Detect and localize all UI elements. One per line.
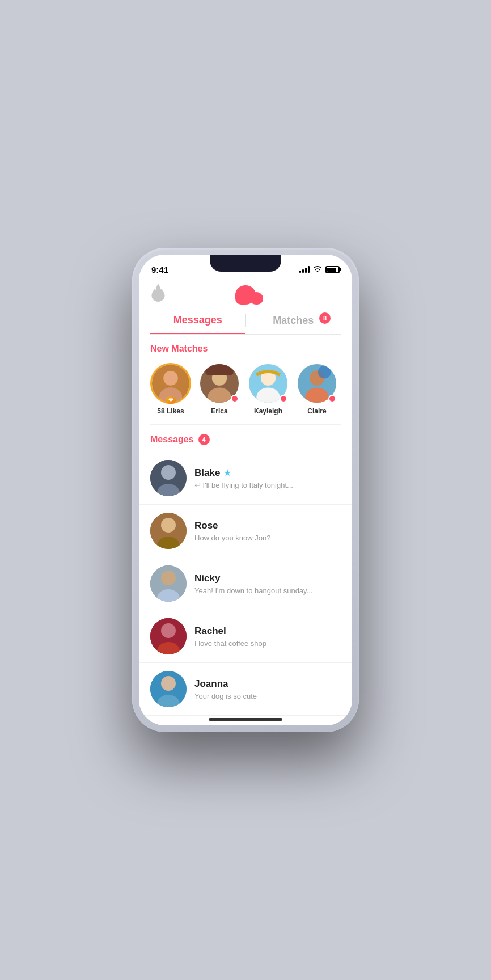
rachel-preview: I love that coffee shop (194, 639, 341, 648)
notch (210, 255, 281, 272)
blake-preview: ↩ I'll be flying to Italy tonight... (194, 481, 341, 489)
new-matches-row: ❤ 58 Likes (139, 361, 352, 424)
svg-point-18 (161, 518, 176, 533)
erica-dot (231, 395, 239, 403)
new-matches-header: New Matches (139, 335, 352, 361)
message-item-blake[interactable]: Blake ★ ↩ I'll be flying to Italy tonigh… (139, 452, 352, 505)
rachel-name: Rachel (194, 626, 226, 637)
blake-content: Blake ★ ↩ I'll be flying to Italy tonigh… (194, 467, 341, 489)
rose-content: Rose How do you know Jon? (194, 520, 341, 542)
nicky-content: Nicky Yeah! I'm down to hangout sunday..… (194, 573, 341, 595)
phone-frame: 9:41 (132, 248, 359, 732)
status-time: 9:41 (151, 265, 168, 274)
joanna-content: Joanna Your dog is so cute (194, 678, 341, 700)
tinder-logo[interactable] (150, 284, 166, 304)
tab-matches[interactable]: Matches 8 (246, 315, 341, 333)
message-item-joanna[interactable]: Joanna Your dog is so cute (139, 663, 352, 716)
blake-name: Blake (194, 467, 220, 479)
rose-avatar (150, 513, 187, 549)
blake-avatar (150, 460, 187, 496)
claire-label: Claire (307, 407, 326, 415)
erica-avatar-wrap (199, 363, 240, 404)
app-header (139, 280, 352, 308)
chat-bubble-icon (235, 285, 256, 305)
rose-preview: How do you know Jon? (194, 534, 341, 542)
claire-avatar-wrap (297, 363, 337, 404)
joanna-avatar (150, 671, 187, 707)
home-indicator (209, 718, 282, 721)
rachel-name-row: Rachel (194, 626, 341, 637)
svg-point-24 (161, 623, 176, 638)
wifi-icon (313, 265, 322, 274)
blake-star-icon: ★ (223, 467, 231, 478)
joanna-name-row: Joanna (194, 678, 341, 690)
kayleigh-dot (280, 395, 287, 403)
rachel-content: Rachel I love that coffee shop (194, 626, 341, 648)
kayleigh-avatar-wrap (248, 363, 289, 404)
phone-screen: 9:41 (139, 255, 352, 725)
matches-badge: 8 (319, 312, 331, 324)
svg-rect-6 (205, 364, 233, 375)
status-icons (299, 265, 340, 274)
svg-point-1 (163, 371, 178, 386)
messages-section-header: Messages 4 (139, 425, 352, 452)
match-item-erica[interactable]: Erica (199, 363, 240, 415)
nicky-avatar (150, 565, 187, 602)
messages-count-badge: 4 (198, 434, 210, 445)
likes-label: 58 Likes (157, 407, 184, 415)
battery-icon (325, 266, 340, 273)
svg-point-21 (161, 571, 176, 585)
joanna-name: Joanna (194, 678, 228, 690)
svg-point-27 (161, 676, 176, 691)
match-item-claire[interactable]: Claire (297, 363, 337, 415)
erica-label: Erica (211, 407, 227, 415)
joanna-preview: Your dog is so cute (194, 692, 341, 700)
rachel-avatar (150, 618, 187, 654)
kayleigh-label: Kayleigh (254, 407, 282, 415)
rose-name-row: Rose (194, 520, 341, 531)
message-item-rose[interactable]: Rose How do you know Jon? (139, 505, 352, 557)
svg-point-15 (161, 465, 176, 480)
likes-badge: ❤ (166, 396, 176, 404)
nicky-name-row: Nicky (194, 573, 341, 584)
tab-messages[interactable]: Messages (150, 314, 246, 334)
tabs: Messages Matches 8 (150, 308, 341, 335)
match-item-likes[interactable]: ❤ 58 Likes (150, 363, 191, 415)
nicky-preview: Yeah! I'm down to hangout sunday... (194, 586, 341, 595)
message-list: Blake ★ ↩ I'll be flying to Italy tonigh… (139, 452, 352, 716)
match-item-kayleigh[interactable]: Kayleigh (248, 363, 289, 415)
svg-point-13 (318, 366, 331, 379)
claire-dot (328, 395, 336, 403)
likes-avatar-wrap: ❤ (150, 363, 191, 404)
signal-icon (299, 266, 310, 273)
blake-name-row: Blake ★ (194, 467, 341, 479)
message-item-nicky[interactable]: Nicky Yeah! I'm down to hangout sunday..… (139, 557, 352, 610)
message-item-rachel[interactable]: Rachel I love that coffee shop (139, 610, 352, 663)
app-content: Messages Matches 8 New Matches (139, 280, 352, 725)
nicky-name: Nicky (194, 573, 220, 584)
rose-name: Rose (194, 520, 218, 531)
